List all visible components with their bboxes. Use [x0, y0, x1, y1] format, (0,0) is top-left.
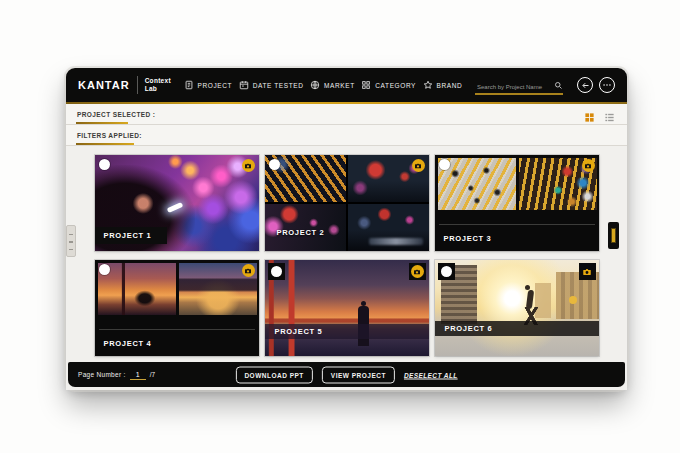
- calendar-icon: [239, 80, 249, 90]
- main-nav: PROJECT DATE TESTED MARKET CATEGORY BRAN…: [177, 80, 469, 90]
- select-badge: [268, 263, 285, 280]
- project-thumbnail: [435, 260, 599, 356]
- gold-underline: [76, 122, 128, 124]
- product-line1: Context: [145, 77, 171, 84]
- star-icon: [423, 80, 433, 90]
- select-badge: [438, 263, 455, 280]
- gold-underline: [76, 143, 134, 145]
- back-button[interactable]: [577, 77, 593, 93]
- project-icon: [184, 80, 194, 90]
- select-circle[interactable]: [269, 159, 280, 170]
- project-grid: PROJECT 1 PROJECT 2: [95, 155, 599, 356]
- select-circle[interactable]: [271, 266, 282, 277]
- project-card-6[interactable]: PROJECT 6: [435, 260, 599, 356]
- project-card-1[interactable]: PROJECT 1: [95, 155, 259, 251]
- nav-label: CATEGORY: [375, 82, 416, 89]
- right-drawer-handle[interactable]: [608, 222, 619, 249]
- title-bar: PROJECT 5: [265, 324, 429, 339]
- nav-label: BRAND: [437, 82, 463, 89]
- search-field: [475, 75, 563, 95]
- page-number-input[interactable]: [130, 370, 146, 380]
- media-badge: [409, 263, 426, 280]
- title-divider: [99, 329, 255, 330]
- camera-icon: [582, 267, 592, 277]
- app-window: KANTAR Context Lab PROJECT DATE TESTED M…: [66, 68, 627, 390]
- footer-actions: DOWNLOAD PPT VIEW PROJECT DESELECT ALL: [235, 366, 457, 383]
- select-circle[interactable]: [99, 264, 110, 275]
- media-badge: [579, 263, 596, 280]
- nav-label: MARKET: [324, 82, 355, 89]
- project-title: PROJECT 3: [444, 234, 492, 243]
- project-card-4[interactable]: PROJECT 4: [95, 260, 259, 356]
- title-bar: PROJECT 6: [435, 321, 599, 336]
- content-area: PROJECT SELECTED : FILTERS APPLIED:: [66, 104, 627, 390]
- project-selected-label: PROJECT SELECTED :: [77, 111, 155, 118]
- nav-label: PROJECT: [198, 82, 233, 89]
- footer-bar: Page Number : /7 DOWNLOAD PPT VIEW PROJE…: [68, 362, 625, 387]
- project-selected-bar: PROJECT SELECTED :: [66, 104, 627, 125]
- project-title: PROJECT 1: [95, 227, 168, 244]
- project-card-5[interactable]: PROJECT 5: [265, 260, 429, 356]
- camera-icon: [582, 159, 595, 172]
- nav-item-brand[interactable]: BRAND: [423, 80, 463, 90]
- camera-icon: [242, 159, 255, 172]
- project-title: PROJECT 6: [445, 324, 493, 333]
- project-title: PROJECT 2: [277, 228, 325, 237]
- nav-item-date-tested[interactable]: DATE TESTED: [239, 80, 304, 90]
- nav-item-project[interactable]: PROJECT: [184, 80, 233, 90]
- select-circle[interactable]: [439, 159, 450, 170]
- globe-icon: [310, 80, 320, 90]
- filters-applied-label: FILTERS APPLIED:: [77, 132, 142, 139]
- left-drawer-handle[interactable]: [66, 225, 76, 257]
- project-card-3[interactable]: PROJECT 3: [435, 155, 599, 251]
- watermark: [369, 238, 423, 245]
- page-total: /7: [150, 371, 155, 378]
- project-thumbnail: [265, 260, 429, 356]
- nav-item-category[interactable]: CATEGORY: [361, 80, 416, 90]
- page-number-label: Page Number :: [78, 371, 126, 378]
- project-title: PROJECT 4: [104, 339, 152, 348]
- nav-label: DATE TESTED: [253, 82, 304, 89]
- product-line2: Lab: [145, 85, 157, 92]
- camera-icon: [242, 264, 255, 277]
- deselect-all-link[interactable]: DESELECT ALL: [404, 371, 458, 378]
- title-divider: [439, 224, 595, 225]
- search-icon[interactable]: [554, 76, 563, 94]
- filters-applied-bar: FILTERS APPLIED:: [66, 125, 627, 146]
- kantar-logo: KANTAR: [78, 79, 130, 91]
- view-project-button[interactable]: VIEW PROJECT: [322, 366, 395, 383]
- header-divider: [137, 76, 138, 94]
- select-circle[interactable]: [441, 266, 452, 277]
- download-ppt-button[interactable]: DOWNLOAD PPT: [235, 366, 312, 383]
- nav-item-market[interactable]: MARKET: [310, 80, 355, 90]
- camera-icon: [412, 159, 425, 172]
- project-card-2[interactable]: PROJECT 2: [265, 155, 429, 251]
- category-icon: [361, 80, 371, 90]
- app-header: KANTAR Context Lab PROJECT DATE TESTED M…: [66, 68, 627, 102]
- product-name: Context Lab: [145, 77, 171, 93]
- more-button[interactable]: [599, 77, 615, 93]
- search-input[interactable]: [475, 82, 563, 95]
- project-title: PROJECT 5: [275, 327, 323, 336]
- camera-icon: [411, 265, 424, 278]
- select-circle[interactable]: [99, 159, 110, 170]
